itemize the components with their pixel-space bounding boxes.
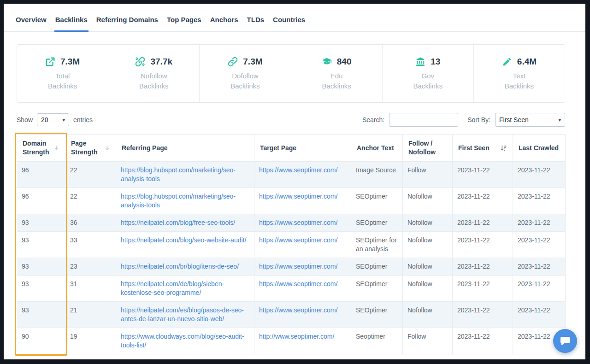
entries-select-value: 20: [41, 116, 48, 123]
tab-bar: OverviewBacklinksReferring DomainsTop Pa…: [4, 4, 585, 32]
unlink-icon: [135, 57, 145, 67]
cell-referring-page: https://neilpatel.com/es/blog/pasos-de-s…: [116, 302, 254, 328]
tab-countries[interactable]: Countries: [272, 7, 306, 31]
chat-bubble-icon: [560, 335, 571, 346]
table-row: 9323https://neilpatel.com/br/blog/itens-…: [17, 258, 566, 276]
referring-page-link[interactable]: https://neilpatel.com/blog/seo-website-a…: [121, 236, 246, 244]
stat-text-backlinks: 6.4MTextBacklinks: [474, 45, 565, 102]
entries-select[interactable]: 20 ▾: [37, 113, 69, 126]
arrow-down-icon: [104, 145, 110, 151]
cell-last-crawled: 2023-11-22: [513, 232, 566, 258]
cell-domain-strength: 93: [17, 214, 65, 232]
column-header-follow-nofollow[interactable]: Follow / Nofollow: [403, 135, 453, 162]
tab-referring-domains[interactable]: Referring Domains: [95, 7, 159, 31]
chevron-down-icon: ▾: [558, 117, 561, 123]
tab-tlds[interactable]: TLDs: [246, 7, 266, 31]
referring-page-link[interactable]: https://www.cloudways.com/blog/seo-audit…: [121, 333, 244, 349]
target-page-link[interactable]: https://www.seoptimer.com/: [259, 306, 337, 314]
column-label: Domain Strength: [23, 139, 51, 157]
table-row: 9336https://neilpatel.com/blog/free-seo-…: [17, 214, 566, 232]
referring-page-link[interactable]: https://neilpatel.com/es/blog/pasos-de-s…: [121, 306, 244, 323]
stat-value: 7.3M: [243, 57, 262, 67]
column-label: Last Crawled: [519, 144, 559, 153]
column-header-target-page[interactable]: Target Page: [254, 135, 351, 162]
cell-referring-page: https://neilpatel.com/br/blog/itens-de-s…: [116, 258, 254, 276]
backlinks-table-wrap: Domain StrengthPage StrengthReferring Pa…: [17, 134, 565, 354]
cell-follow: Nofollow: [403, 302, 453, 328]
target-page-link[interactable]: https://www.seoptimer.com/: [259, 263, 337, 270]
target-page-link[interactable]: http://www.seoptimer.com/: [259, 333, 334, 340]
cell-first-seen: 2023-11-22: [453, 214, 513, 232]
referring-page-link[interactable]: https://neilpatel.com/blog/free-seo-tool…: [121, 219, 235, 226]
cell-follow: Nofollow: [403, 232, 453, 258]
backlinks-page: OverviewBacklinksReferring DomainsTop Pa…: [4, 4, 585, 359]
table-row: 9321https://neilpatel.com/es/blog/pasos-…: [17, 302, 566, 328]
table-controls: Show 20 ▾ entries Search: Sort By: First…: [17, 113, 565, 127]
table-body: 9622https://blog.hubspot.com/marketing/s…: [17, 162, 566, 354]
column-header-last-crawled[interactable]: Last Crawled: [513, 135, 566, 162]
sort-by-select-value: First Seen: [499, 116, 529, 123]
tab-backlinks[interactable]: Backlinks: [54, 7, 88, 31]
cell-anchor-text: SEOptimer for an analysis: [351, 232, 403, 258]
column-header-first-seen[interactable]: First Seen: [453, 135, 513, 162]
graduation-cap-icon: [322, 57, 332, 67]
column-label: Page Strength: [71, 139, 101, 157]
sort-by-label: Sort By:: [467, 116, 490, 123]
stats-card: 7.3MTotalBacklinks37.7kNofollowBacklinks…: [17, 44, 565, 103]
target-page-link[interactable]: https://www.seoptimer.com/: [259, 219, 337, 226]
cell-anchor-text: SEOptimer: [351, 276, 403, 302]
referring-page-link[interactable]: https://blog.hubspot.com/marketing/seo-a…: [121, 166, 236, 182]
search-sort-controls: Search: Sort By: First Seen ▾: [362, 113, 565, 127]
target-page-link[interactable]: https://www.seoptimer.com/: [259, 166, 337, 174]
target-page-link[interactable]: https://www.seoptimer.com/: [259, 280, 337, 288]
target-page-link[interactable]: https://www.seoptimer.com/: [259, 193, 337, 200]
referring-page-link[interactable]: https://blog.hubspot.com/marketing/seo-a…: [121, 193, 236, 209]
cell-first-seen: 2023-11-22: [453, 302, 513, 328]
cell-domain-strength: 93: [17, 232, 65, 258]
cell-first-seen: 2023-11-22: [453, 276, 513, 302]
cell-referring-page: https://neilpatel.com/de/blog/sieben-kos…: [116, 276, 254, 302]
tab-top-pages[interactable]: Top Pages: [166, 7, 202, 31]
cell-domain-strength: 93: [17, 258, 65, 276]
tab-anchors[interactable]: Anchors: [209, 7, 239, 31]
cell-anchor-text: SEOptimer: [351, 258, 403, 276]
sort-by-select[interactable]: First Seen ▾: [495, 113, 565, 127]
cell-domain-strength: 96: [17, 162, 65, 188]
cell-target-page: https://www.seoptimer.com/: [254, 214, 351, 232]
chevron-down-icon: ▾: [63, 117, 65, 123]
target-page-link[interactable]: https://www.seoptimer.com/: [259, 236, 337, 244]
table-row: 9622https://blog.hubspot.com/marketing/s…: [17, 162, 566, 188]
cell-last-crawled: 2023-11-22: [513, 258, 566, 276]
cell-anchor-text: Seoptimer: [351, 328, 403, 354]
column-header-page-strength[interactable]: Page Strength: [65, 135, 116, 162]
link-icon: [228, 57, 238, 67]
cell-last-crawled: 2023-11-22: [513, 302, 566, 328]
chat-launcher-button[interactable]: [553, 329, 577, 353]
table-row: 9331https://neilpatel.com/de/blog/sieben…: [17, 276, 566, 302]
backlinks-table: Domain StrengthPage StrengthReferring Pa…: [17, 134, 566, 354]
cell-page-strength: 22: [65, 188, 116, 214]
stat-total-backlinks: 7.3MTotalBacklinks: [17, 45, 108, 102]
cell-first-seen: 2023-11-22: [453, 258, 513, 276]
column-header-domain-strength[interactable]: Domain Strength: [17, 135, 65, 162]
referring-page-link[interactable]: https://neilpatel.com/br/blog/itens-de-s…: [121, 263, 239, 270]
column-label: Anchor Text: [357, 144, 394, 153]
cell-follow: Follow: [403, 162, 453, 188]
cell-referring-page: https://blog.hubspot.com/marketing/seo-a…: [116, 162, 254, 188]
column-header-referring-page[interactable]: Referring Page: [116, 135, 254, 162]
column-label: Target Page: [260, 144, 296, 153]
external-link-icon: [45, 57, 55, 67]
referring-page-link[interactable]: https://neilpatel.com/de/blog/sieben-kos…: [121, 280, 224, 296]
cell-anchor-text: Image Source: [351, 162, 403, 188]
cell-follow: Nofollow: [403, 276, 453, 302]
column-label: Referring Page: [122, 144, 168, 153]
stat-value: 6.4M: [517, 57, 537, 67]
cell-target-page: https://www.seoptimer.com/: [254, 162, 351, 188]
tab-overview[interactable]: Overview: [15, 7, 47, 31]
cell-follow: Follow: [403, 328, 453, 354]
cell-target-page: https://www.seoptimer.com/: [254, 258, 351, 276]
column-header-anchor-text[interactable]: Anchor Text: [351, 135, 403, 162]
show-label: Show: [17, 116, 33, 123]
search-input[interactable]: [389, 113, 458, 127]
cell-last-crawled: 2023-11-22: [513, 188, 566, 214]
